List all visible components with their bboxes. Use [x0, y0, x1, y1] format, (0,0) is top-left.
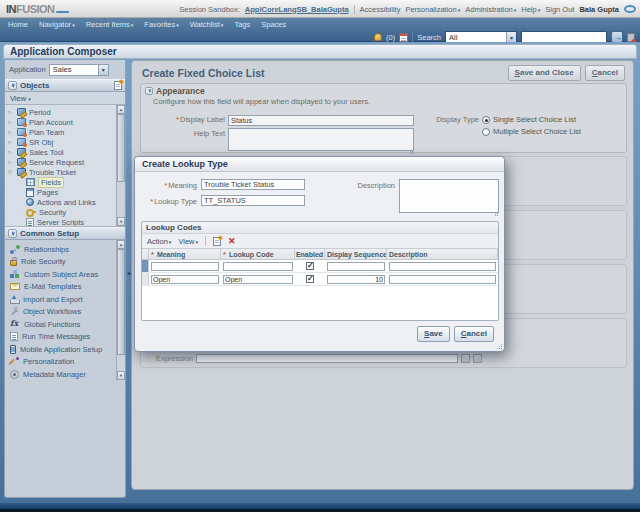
common-setup-scrollbar[interactable] [116, 240, 125, 380]
common-item-mobile-application-setup[interactable]: Mobile Application Setup [5, 343, 125, 356]
view-menu[interactable]: View [178, 237, 198, 246]
save-and-close-button[interactable]: Save and Close [508, 65, 581, 81]
objects-view-menu[interactable]: View [5, 92, 125, 105]
application-select[interactable]: Sales▾ [49, 64, 109, 76]
dropdown-arrow-icon[interactable]: ▾ [98, 65, 108, 75]
help-menu[interactable]: Help [521, 5, 540, 14]
accessibility-link[interactable]: Accessibility [360, 5, 401, 14]
tree-item-fields[interactable]: Fields [5, 177, 125, 187]
tree-item-pages[interactable]: Pages [5, 187, 125, 197]
row-meaning-input[interactable] [151, 262, 219, 271]
logo-swoosh-icon [56, 11, 69, 13]
nav-tags[interactable]: Tags [234, 20, 250, 29]
lookup-code-row-open[interactable] [142, 273, 498, 286]
tree-item-service-request[interactable]: Service Request [5, 157, 125, 167]
enabled-checkbox[interactable] [306, 275, 314, 283]
help-text-textarea[interactable] [228, 128, 414, 151]
expand-icon[interactable] [8, 158, 14, 166]
action-menu[interactable]: Action [147, 237, 171, 246]
expand-icon[interactable] [8, 138, 14, 146]
tree-item-security[interactable]: Security [5, 207, 125, 217]
collapse-icon[interactable] [145, 87, 153, 95]
row-selector[interactable] [142, 273, 149, 285]
expression-edit-icon[interactable] [461, 354, 470, 363]
new-object-icon[interactable] [114, 81, 122, 90]
expand-icon[interactable] [8, 108, 14, 116]
scroll-thumb[interactable] [117, 114, 125, 182]
tree-item-actions-and-links[interactable]: Actions and Links [5, 197, 125, 207]
scroll-up-button[interactable] [117, 240, 125, 249]
expression-builder-icon[interactable] [473, 354, 482, 363]
scroll-thumb[interactable] [117, 249, 125, 355]
row-display-sequence-input[interactable] [327, 275, 385, 284]
row-lookup-code-input[interactable] [223, 262, 293, 271]
common-item-global-functions[interactable]: Global Functions [5, 318, 125, 331]
sign-out-link[interactable]: Sign Out [545, 5, 574, 14]
tree-item-sales-tool[interactable]: Sales Tool [5, 147, 125, 157]
collapse-icon[interactable] [8, 168, 14, 176]
tree-item-trouble-ticket[interactable]: Trouble Ticket [5, 167, 125, 177]
tree-item-period[interactable]: Period [5, 107, 125, 117]
resize-handle[interactable] [409, 150, 413, 154]
expand-icon[interactable] [8, 148, 14, 156]
meaning-input[interactable] [201, 179, 305, 190]
nav-navigator[interactable]: Navigator [39, 20, 75, 29]
tree-item-plan-account[interactable]: Plan Account [5, 117, 125, 127]
tree-scrollbar[interactable] [116, 105, 125, 226]
expression-input[interactable] [196, 354, 458, 363]
row-description-input[interactable] [389, 275, 496, 284]
single-select-radio[interactable] [482, 116, 490, 124]
display-label-input[interactable] [228, 115, 414, 126]
dropdown-arrow-icon[interactable]: ▾ [506, 32, 516, 42]
expand-icon[interactable] [8, 118, 14, 126]
scroll-up-button[interactable] [117, 105, 125, 114]
common-setup-section-header[interactable]: Common Setup [5, 227, 125, 240]
nav-home[interactable]: Home [8, 20, 28, 29]
common-item-import-and-export[interactable]: Import and Export [5, 293, 125, 306]
session-sandbox-link[interactable]: ApplCoreLangSB_BalaGupta [245, 5, 349, 14]
common-item-metadata-manager[interactable]: Metadata Manager [5, 368, 125, 380]
lookup-code-row-new[interactable] [142, 260, 498, 273]
tree-item-plan-team[interactable]: Plan Team [5, 127, 125, 137]
collapse-icon[interactable] [8, 229, 17, 238]
row-meaning-input[interactable] [151, 275, 219, 284]
common-item-relationships[interactable]: Relationships [5, 243, 125, 256]
row-display-sequence-input[interactable] [327, 262, 385, 271]
scroll-down-button[interactable] [117, 217, 125, 226]
resize-handle[interactable] [494, 212, 498, 216]
collapse-icon[interactable] [8, 81, 17, 90]
dialog-resize-handle[interactable] [497, 344, 502, 349]
personalization-menu[interactable]: Personalization [405, 5, 460, 14]
enabled-checkbox[interactable] [306, 262, 314, 270]
common-item-role-security[interactable]: Role Security [5, 256, 125, 269]
page-cancel-button[interactable]: Cancel [585, 65, 625, 81]
lookup-type-input[interactable] [201, 195, 305, 206]
common-item-object-workflows[interactable]: Object Workflows [5, 306, 125, 319]
row-description-input[interactable] [389, 262, 496, 271]
row-lookup-code-input[interactable] [223, 275, 293, 284]
tree-item-server-scripts[interactable]: Server Scripts [5, 217, 125, 227]
nav-favorites[interactable]: Favorites [144, 20, 178, 29]
common-item-run-time-messages[interactable]: Run Time Messages [5, 331, 125, 344]
row-selector[interactable] [142, 260, 149, 272]
scroll-down-button[interactable] [117, 371, 125, 380]
delete-row-icon[interactable] [228, 236, 237, 246]
objects-section-header[interactable]: Objects [5, 79, 125, 92]
multiple-select-radio[interactable] [482, 128, 490, 136]
add-row-icon[interactable] [213, 237, 221, 246]
worklist-calendar-icon[interactable] [399, 33, 408, 42]
expand-icon[interactable] [8, 128, 14, 136]
common-item-personalization[interactable]: Personalization [5, 356, 125, 369]
description-textarea[interactable] [399, 179, 499, 213]
nav-recent-items[interactable]: Recent Items [86, 20, 134, 29]
common-item-custom-subject-areas[interactable]: Custom Subject Areas [5, 268, 125, 281]
nav-watchlist[interactable]: Watchlist [190, 20, 224, 29]
administration-menu[interactable]: Administration [465, 5, 516, 14]
nav-spaces[interactable]: Spaces [261, 20, 286, 29]
dialog-save-button[interactable]: Save [417, 326, 450, 342]
notifications-bell-icon[interactable] [374, 33, 382, 41]
dialog-cancel-button[interactable]: Cancel [454, 326, 494, 342]
common-item-email-templates[interactable]: E-Mail Templates [5, 281, 125, 294]
advanced-search-icon[interactable] [627, 33, 635, 42]
tree-item-sr-obj[interactable]: SR Obj [5, 137, 125, 147]
